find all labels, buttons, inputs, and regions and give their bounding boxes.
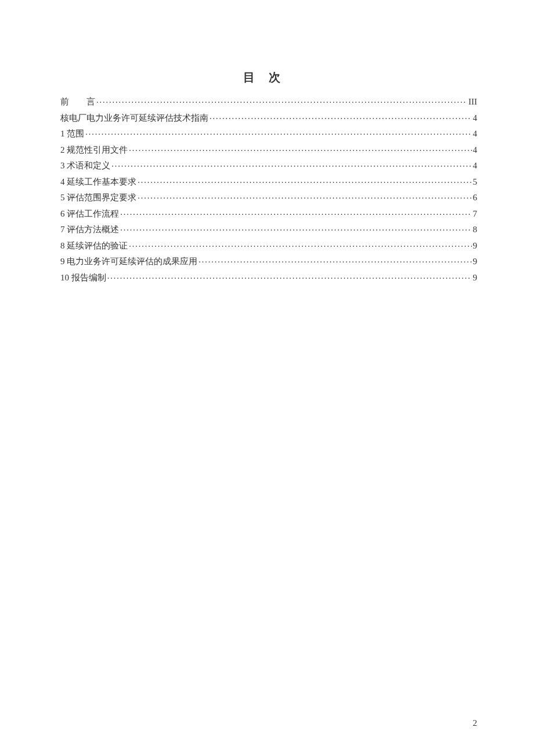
toc-entry: 前言III (60, 96, 477, 106)
toc-entry-page: 9 (473, 257, 478, 266)
toc-leader-dots (96, 96, 467, 105)
toc-leader-dots (138, 192, 471, 200)
toc-entry: 1 范围4 (60, 128, 477, 138)
toc-leader-dots (210, 112, 472, 121)
toc-entry-label: 3 术语和定义 (60, 161, 110, 170)
toc-leader-dots (120, 208, 471, 217)
toc-entry-label: 8 延续评估的验证 (60, 242, 128, 250)
toc-entry: 2 规范性引用文件4 (60, 144, 477, 154)
toc-entry-page: 8 (473, 225, 478, 234)
toc-leader-dots (85, 128, 471, 136)
toc-entry-label: 7 评估方法概述 (60, 225, 119, 234)
toc-leader-dots (138, 176, 471, 185)
toc-preface-suffix: 言 (86, 97, 95, 106)
toc-entry-label: 2 规范性引用文件 (60, 146, 128, 154)
toc-entry: 10 报告编制9 (60, 272, 477, 282)
toc-list: 前言III核电厂电力业务许可延续评估技术指南41 范围42 规范性引用文件43 … (60, 96, 477, 282)
toc-entry: 9 电力业务许可延续评估的成果应用9 (60, 255, 477, 266)
toc-entry-page: 4 (473, 129, 478, 138)
document-page: 目次 前言III核电厂电力业务许可延续评估技术指南41 范围42 规范性引用文件… (0, 0, 534, 282)
toc-entry: 3 术语和定义4 (60, 160, 477, 170)
toc-entry-page: III (468, 98, 477, 106)
toc-entry-label: 5 评估范围界定要求 (60, 193, 136, 202)
toc-entry-label: 1 范围 (60, 129, 84, 138)
toc-heading: 目次 (60, 70, 477, 85)
toc-entry-page: 7 (473, 210, 478, 218)
toc-preface-prefix: 前 (60, 97, 69, 106)
toc-entry-page: 6 (473, 193, 478, 202)
toc-entry-page: 4 (473, 161, 478, 170)
toc-entry-label: 10 报告编制 (60, 273, 106, 282)
toc-entry: 5 评估范围界定要求6 (60, 192, 477, 202)
toc-entry-page: 9 (473, 273, 478, 282)
toc-entry-label: 核电厂电力业务许可延续评估技术指南 (60, 114, 208, 123)
toc-entry: 6 评估工作流程7 (60, 208, 477, 218)
toc-entry-page: 5 (473, 178, 478, 186)
toc-entry-page: 4 (473, 114, 478, 123)
toc-leader-dots (120, 224, 471, 232)
toc-leader-dots (107, 272, 472, 280)
toc-entry: 4 延续工作基本要求5 (60, 176, 477, 186)
toc-entry-label: 6 评估工作流程 (60, 210, 119, 218)
toc-leader-dots (199, 255, 471, 264)
toc-leader-dots (111, 160, 471, 168)
toc-entry: 核电厂电力业务许可延续评估技术指南4 (60, 112, 477, 123)
toc-entry-label: 4 延续工作基本要求 (60, 178, 136, 186)
toc-leader-dots (129, 144, 471, 153)
toc-entry-page: 4 (473, 146, 478, 154)
toc-entry: 8 延续评估的验证9 (60, 240, 477, 250)
page-number: 2 (473, 718, 478, 728)
toc-entry: 7 评估方法概述8 (60, 224, 477, 234)
toc-leader-dots (129, 240, 471, 249)
toc-entry-label: 9 电力业务许可延续评估的成果应用 (60, 257, 197, 266)
toc-entry-page: 9 (473, 242, 478, 250)
toc-entry-label: 前言 (60, 98, 95, 106)
